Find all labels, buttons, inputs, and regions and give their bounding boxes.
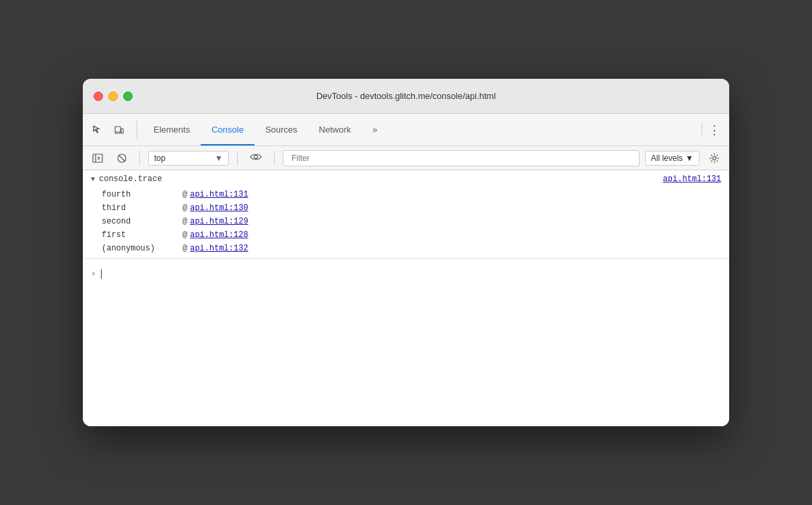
stack-link-3[interactable]: api.html:128 [190,230,248,240]
context-arrow-icon: ▼ [215,154,223,163]
svg-point-9 [255,155,258,158]
levels-dropdown[interactable]: All levels ▼ [645,151,700,166]
tab-network[interactable]: Network [308,114,362,145]
context-selector[interactable]: top ▼ [148,151,229,166]
console-toolbar-divider [139,151,140,166]
trace-header-left: ▼ console.trace [91,174,162,184]
table-row: second @ api.html:129 [102,215,721,228]
stack-name-3: first [102,230,182,240]
toolbar-icons [88,121,137,139]
eye-icon[interactable] [246,151,266,166]
menu-button[interactable]: ⋮ [705,121,724,139]
svg-rect-1 [121,129,123,133]
titlebar: DevTools - devtools.glitch.me/console/ap… [83,79,729,114]
stack-name-4: (anonymous) [102,244,182,253]
close-button[interactable] [94,92,103,101]
traffic-lights [94,92,133,101]
stack-at-2: @ [182,217,187,226]
toolbar-divider [702,123,702,137]
stack-link-4[interactable]: api.html:132 [190,244,248,253]
tab-elements[interactable]: Elements [143,114,201,145]
expand-sidebar-button[interactable] [88,149,107,168]
svg-line-6 [98,158,100,160]
svg-line-8 [119,155,125,161]
tab-sources[interactable]: Sources [255,114,308,145]
devtools-window: DevTools - devtools.glitch.me/console/ap… [83,79,729,426]
tabs: Elements Console Sources Network » [143,114,421,145]
minimize-button[interactable] [108,92,118,101]
stack-at-0: @ [182,190,187,199]
console-output: ▼ console.trace api.html:131 fourth @ ap… [83,170,729,426]
settings-button[interactable] [705,149,724,168]
stack-name-1: third [102,203,182,213]
main-toolbar: Elements Console Sources Network » ⋮ [83,114,729,146]
stack-at-1: @ [182,203,187,213]
tab-more[interactable]: » [362,114,388,145]
table-row: (anonymous) @ api.html:132 [102,242,721,255]
window-title: DevTools - devtools.glitch.me/console/ap… [316,91,496,101]
console-empty-area [83,288,729,396]
stack-at-4: @ [182,244,187,253]
svg-rect-3 [93,154,102,162]
table-row: third @ api.html:130 [102,201,721,215]
filter-input-wrapper[interactable] [283,150,640,166]
stack-name-0: fourth [102,190,182,199]
stack-link-1[interactable]: api.html:130 [190,203,248,213]
levels-arrow-icon: ▼ [685,154,693,163]
tab-console[interactable]: Console [201,114,255,145]
stack-at-3: @ [182,230,187,240]
svg-point-10 [713,156,716,160]
maximize-button[interactable] [123,92,133,101]
trace-stack: fourth @ api.html:131 third @ api.html:1… [83,188,729,258]
trace-entry: ▼ console.trace api.html:131 fourth @ ap… [83,170,729,259]
console-toolbar-divider3 [274,151,275,166]
table-row: first @ api.html:128 [102,228,721,242]
trace-title: console.trace [99,174,162,184]
trace-header: ▼ console.trace api.html:131 [83,170,729,188]
stack-link-2[interactable]: api.html:129 [190,217,248,226]
filter-input[interactable] [286,150,636,166]
cursor [101,269,102,279]
inspect-icon[interactable] [88,121,107,139]
prompt-icon[interactable]: › [91,269,96,279]
stack-name-2: second [102,217,182,226]
collapse-triangle-icon[interactable]: ▼ [91,176,95,183]
console-input-row: › [83,259,729,288]
trace-header-source-link[interactable]: api.html:131 [663,174,721,184]
console-toolbar: top ▼ All levels ▼ [83,146,729,170]
table-row: fourth @ api.html:131 [102,188,721,201]
device-icon[interactable] [110,121,129,139]
stack-link-0[interactable]: api.html:131 [190,190,248,199]
clear-button[interactable] [112,149,131,168]
console-toolbar-divider2 [237,151,238,166]
